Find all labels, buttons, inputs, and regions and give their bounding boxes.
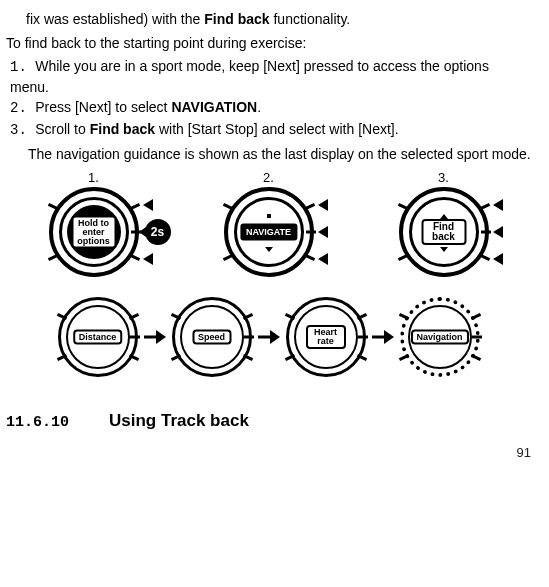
navigate-label: NAVIGATE [240,224,297,241]
section-title: Using Track back [109,411,249,431]
section-heading: 11.6.10 Using Track back [6,411,531,431]
navigation-label: Navigation [410,330,468,345]
top-fragment: fix was established) with the Find back … [6,10,531,30]
distance-label: Distance [73,330,123,345]
step-2: 2. Press [Next] to select NAVIGATION. [10,98,531,119]
fig-num-2: 2. [263,170,274,185]
figure-area: 1. Hold to enter options 2s 2. [6,170,531,377]
watch-step-1: 1. Hold to enter options 2s [6,170,181,277]
figure-row-1: 1. Hold to enter options 2s 2. [6,170,531,277]
watch-2: NAVIGATE [224,187,314,277]
arrow-icon [493,226,503,238]
section-number: 11.6.10 [6,414,69,431]
arrow-icon [143,199,153,211]
watch-heartrate: Heart rate [286,297,366,377]
arrow-icon [318,199,328,211]
arrow-icon [318,253,328,265]
arrow-right-icon [372,330,394,344]
heartrate-label: Heart rate [306,325,346,349]
hold-label: Hold to enter options [71,216,116,249]
figure-row-2: Distance Speed Heart rate Navigation [6,297,531,377]
arrow-right-icon [144,330,166,344]
arrow-right-icon [258,330,280,344]
watch-1: Hold to enter options 2s [49,187,139,277]
watch-navigation: Navigation [400,297,480,377]
arrow-icon [493,199,503,211]
arrow-icon [143,253,153,265]
intro-line: To find back to the starting point durin… [6,34,531,54]
fig-num-1: 1. [88,170,99,185]
step-3: 3. Scroll to Find back with [Start Stop]… [10,120,531,141]
watch-step-2: 2. NAVIGATE [181,170,356,277]
page-number: 91 [6,445,531,460]
fig-num-3: 3. [438,170,449,185]
watch-3: Find back [399,187,489,277]
step-1: 1. While you are in a sport mode, keep [… [10,57,531,97]
arrow-icon [493,253,503,265]
watch-step-3: 3. Find back [356,170,531,277]
watch-speed: Speed [172,297,252,377]
after-list-text: The navigation guidance is shown as the … [28,145,531,165]
arrow-icon [318,226,328,238]
two-second-badge: 2s [145,219,171,245]
speed-label: Speed [192,330,231,345]
findback-label: Find back [421,219,466,245]
steps-list: 1. While you are in a sport mode, keep [… [6,57,531,140]
watch-distance: Distance [58,297,138,377]
